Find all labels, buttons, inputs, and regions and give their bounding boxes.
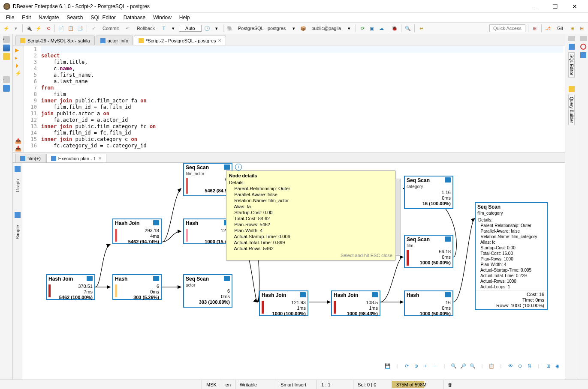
disconnect-icon[interactable]: ⚡ [35, 24, 42, 32]
sql-code-area[interactable]: select film.title, c.name, a.first_name,… [39, 45, 565, 153]
plan-node-hash-2[interactable]: Hash 121.11000 (15.48 [183, 218, 232, 244]
database-combo[interactable]: PostgreSQL - postgres [235, 25, 288, 32]
refresh-icon[interactable]: ⟳ [403, 362, 410, 370]
history-dropdown-icon[interactable]: ▾ [213, 24, 220, 32]
connect-icon[interactable]: 🔌 [25, 24, 33, 32]
search-icon[interactable]: 🔍 [404, 24, 412, 32]
menu-edit[interactable]: Edit [18, 14, 34, 21]
palette-query-builder[interactable]: Query Builder [568, 95, 575, 125]
graph-tab-icon[interactable] [15, 166, 21, 172]
close-tab-icon[interactable]: ✕ [98, 156, 102, 161]
plan-node-hashjoin-4[interactable]: Hash Join 108.51ms1000 (98.43%) [331, 290, 380, 316]
result-tab-plan[interactable]: Execution plan - 1 ✕ [46, 154, 106, 162]
perspective-icon[interactable]: ⊞ [531, 24, 539, 32]
commit-label[interactable]: Commit [99, 25, 122, 32]
schema-dropdown-icon[interactable]: ▾ [345, 24, 353, 32]
minimize-view2-icon[interactable]: ▫ [3, 76, 10, 83]
schema-combo[interactable]: public@pagila [309, 25, 344, 32]
add-icon[interactable]: + [422, 362, 429, 370]
node-details-panel[interactable]: Seq Scan film_category Details: Parent-R… [475, 202, 548, 310]
sort-icon[interactable]: ⇅ [525, 362, 533, 370]
minimize-view-icon[interactable]: ▫ [3, 36, 10, 43]
query-builder-palette-icon[interactable] [569, 86, 575, 92]
rollback-label[interactable]: Rollback [133, 25, 158, 32]
dropdown-icon[interactable]: ▾ [12, 24, 20, 32]
result-tab-film[interactable]: film(+) [15, 154, 45, 162]
remove-icon[interactable]: − [431, 362, 439, 370]
minimize-button[interactable]: — [525, 0, 545, 13]
tab-script29[interactable]: Script-29 - MySQL 8.x - sakila [15, 36, 95, 45]
zoom-out-icon[interactable]: 🔍 [469, 362, 476, 370]
palette-sql-editor[interactable]: SQL Editor [568, 52, 575, 78]
record-icon[interactable]: ◉ [554, 362, 561, 370]
close-button[interactable]: ✕ [565, 0, 585, 13]
status-gc-icon[interactable]: 🗑 [443, 380, 457, 389]
nav-back-icon[interactable]: ↩ [417, 24, 425, 32]
menu-window[interactable]: Window [150, 14, 175, 21]
view-icon[interactable]: 👁 [507, 362, 514, 370]
close-tab-icon[interactable]: ✕ [218, 38, 221, 43]
auto-commit-button[interactable]: Auto [179, 25, 202, 32]
project-explorer-icon[interactable] [3, 85, 10, 92]
error-log-icon[interactable] [580, 44, 586, 50]
plan-node-hashjoin-1[interactable]: Hash Join 293.184ms5462 (94.74%) [112, 218, 162, 244]
menu-search[interactable]: Search [63, 14, 86, 21]
zoom-reset-icon[interactable]: 🔎 [459, 362, 467, 370]
bookmarks-icon[interactable] [580, 52, 586, 58]
plan-node-hashjoin-3[interactable]: Hash Join 121.931ms1000 (100.00%) [259, 290, 308, 316]
tx-icon[interactable]: T [160, 24, 168, 32]
menu-file[interactable]: File [3, 14, 18, 21]
plan-node-seqscan-actor[interactable]: Seq Scan actor 60ms303 (100.00%) [183, 274, 232, 308]
execute-script-icon[interactable]: ⏵ [15, 63, 22, 69]
side-tab-graph[interactable]: Graph [14, 177, 21, 195]
refresh-icon[interactable]: ⟳ [359, 24, 366, 32]
debug-icon[interactable]: 🐞 [391, 24, 398, 32]
sql-editor-palette-icon[interactable] [569, 44, 575, 50]
plan-node-hashjoin-root[interactable]: Hash Join 370.517ms5462 (100.00%) [46, 274, 95, 300]
plan-node-hash-1[interactable]: Hash 60ms303 (5.26%) [112, 274, 162, 300]
load-icon[interactable]: 📥 [15, 146, 22, 153]
commit-icon[interactable]: ✓ [90, 24, 97, 32]
grid-icon[interactable]: ⊞ [544, 362, 552, 370]
menu-database[interactable]: Database [120, 14, 149, 21]
tab-actor-info[interactable]: actor_info [96, 36, 133, 45]
new-connection-icon[interactable]: ⚡ [3, 24, 10, 32]
tab-script2[interactable]: *Script-2 - PostgreSQL - postgres ✕ [134, 36, 226, 45]
stop-icon[interactable]: ▣ [368, 24, 376, 32]
minimize-view-icon[interactable] [568, 36, 575, 41]
plan-node-seqscan-category[interactable]: Seq Scan category 1.160ms16 (100.00%) [404, 176, 453, 209]
perspective-other-icon[interactable]: ⊟ [578, 24, 585, 32]
status-memory[interactable]: 375M of 598M [392, 380, 443, 389]
history-icon[interactable]: 🕑 [203, 24, 211, 32]
side-tab-simple[interactable]: Simple [14, 222, 21, 242]
plan-node-hash-3[interactable]: Hash 160ms1000 (50.00%) [404, 290, 453, 316]
explain-icon[interactable]: ⚡ [15, 70, 22, 77]
perspective-db-icon[interactable]: ⊞ [568, 24, 576, 32]
git-icon[interactable]: ⎇ [544, 24, 552, 32]
menu-sql-editor[interactable]: SQL Editor [87, 14, 119, 21]
copy-icon[interactable]: 📋 [488, 362, 495, 370]
db-navigator-icon[interactable] [3, 45, 10, 51]
quick-access-field[interactable]: Quick Access [489, 24, 525, 32]
sql-script-icon[interactable]: 📋 [67, 24, 75, 32]
execute-icon[interactable]: ▶ [15, 47, 22, 54]
info-icon[interactable]: i [235, 164, 242, 171]
menu-help[interactable]: Help [176, 14, 193, 21]
simple-tab-icon[interactable] [15, 212, 21, 218]
export-icon[interactable]: 📤 [15, 138, 22, 145]
cloud-icon[interactable]: ☁ [377, 24, 385, 32]
reconnect-icon[interactable]: ⟲ [44, 24, 52, 32]
plan-canvas[interactable]: Hash Join 370.517ms5462 (100.00%) Hash J… [22, 163, 565, 372]
maximize-button[interactable]: ☐ [545, 0, 565, 13]
sql-editor-icon[interactable]: 📄 [57, 24, 65, 32]
save-icon[interactable]: 💾 [384, 362, 392, 370]
minimize-view-icon[interactable] [580, 36, 587, 41]
rollback-icon[interactable]: ↶ [124, 24, 132, 32]
db-dropdown-icon[interactable]: ▾ [290, 24, 298, 32]
git-label[interactable]: Git [554, 25, 567, 32]
projects-icon[interactable] [3, 53, 10, 60]
filter-icon[interactable]: ⊙ [516, 362, 524, 370]
execute-new-tab-icon[interactable]: ▸ [15, 55, 22, 62]
plan-node-seqscan-film[interactable]: Seq Scan film 66.180ms1000 (50.00%) [404, 235, 453, 268]
sql-recent-icon[interactable]: 📑 [76, 24, 84, 32]
